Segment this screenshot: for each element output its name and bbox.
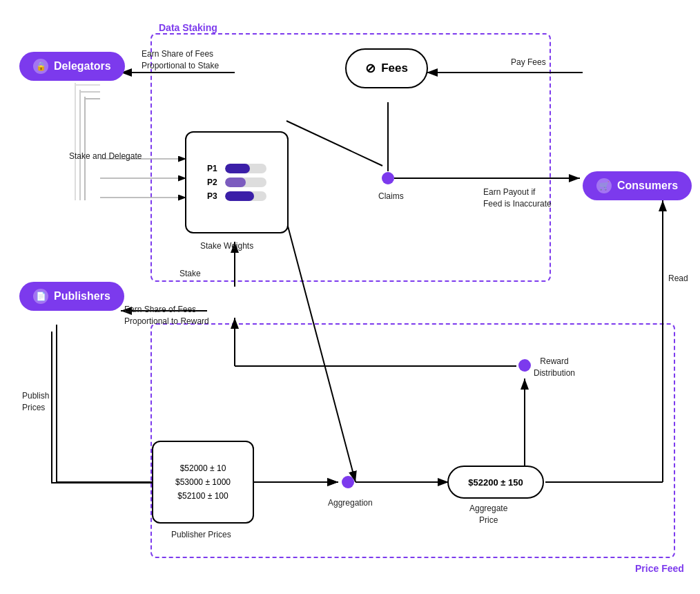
toggle-p2-bar: [225, 178, 266, 187]
diagram: { "title": "Pyth Network Diagram", "node…: [0, 0, 700, 594]
toggle-p2: P2: [207, 178, 266, 187]
consumers-label: Consumers: [617, 180, 678, 192]
price-line-2: $53000 ± 1000: [175, 477, 231, 487]
aggregation-label: Aggregation: [328, 497, 373, 509]
aggregation-dot: [342, 476, 354, 488]
read-label: Read: [668, 273, 688, 285]
earn-payout-label: Earn Payout if Feed is Inaccurate: [483, 186, 552, 210]
toggle-p1-fill: [225, 164, 250, 173]
reward-distribution-label: Reward Distribution: [534, 356, 575, 379]
aggregate-price-label: Aggregate Price: [469, 503, 507, 526]
delegators-icon: 🔒: [33, 59, 48, 74]
publishers-label: Publishers: [54, 290, 110, 303]
delegators-node: 🔒 Delegators: [19, 52, 125, 81]
publishers-node: 📄 Publishers: [19, 282, 124, 311]
earn-share-bottom-label: Earn Share of Fees Proportional to Rewar…: [124, 304, 209, 327]
price-feed-label: Price Feed: [635, 563, 684, 574]
publisher-prices-node: $52000 ± 10 $53000 ± 1000 $52100 ± 100: [152, 441, 254, 524]
toggle-p3-fill: [225, 191, 254, 201]
fees-node: ⊘ Fees: [345, 48, 428, 88]
data-staking-label: Data Staking: [159, 22, 217, 33]
toggle-p3-label: P3: [207, 191, 221, 201]
consumers-node: 🛒 Consumers: [583, 171, 692, 200]
publishers-icon: 📄: [33, 289, 48, 304]
stake-label: Stake: [179, 268, 201, 280]
price-line-1: $52000 ± 10: [180, 463, 226, 473]
publish-prices-label: Publish Prices: [22, 390, 49, 414]
stake-and-delegate-label: Stake and Delegate: [69, 151, 142, 162]
toggle-p1: P1: [207, 164, 266, 173]
aggregate-price-value: $52200 ± 150: [468, 477, 523, 488]
aggregate-price-node: $52200 ± 150: [447, 466, 544, 499]
toggle-p3: P3: [207, 191, 266, 201]
toggle-p1-label: P1: [207, 164, 221, 173]
pay-fees-label: Pay Fees: [511, 57, 546, 68]
toggle-p2-label: P2: [207, 178, 221, 187]
toggle-p1-bar: [225, 164, 266, 173]
reward-distribution-dot: [518, 359, 531, 372]
delegators-label: Delegators: [54, 60, 111, 73]
consumers-icon: 🛒: [596, 178, 612, 193]
publisher-prices-label: Publisher Prices: [171, 529, 231, 541]
toggle-p2-fill: [225, 178, 246, 187]
toggle-p3-bar: [225, 191, 266, 201]
stake-weights-node: P1 P2 P3: [185, 131, 289, 233]
price-line-3: $52100 ± 100: [177, 491, 228, 501]
claims-label: Claims: [378, 191, 404, 202]
fees-label: Fees: [381, 61, 408, 75]
earn-share-top-label: Earn Share of Fees Proportional to Stake: [142, 48, 219, 72]
stake-weights-label: Stake Weights: [200, 240, 253, 252]
claims-dot: [382, 172, 394, 184]
